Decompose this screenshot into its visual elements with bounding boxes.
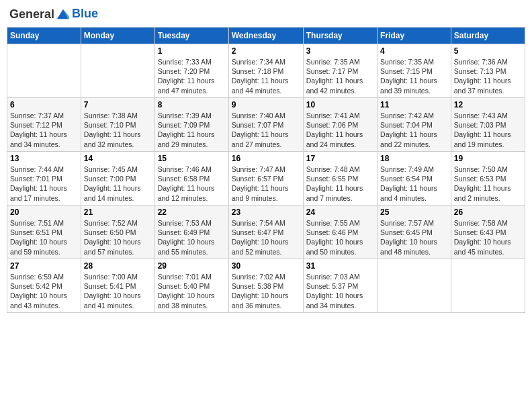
day-info: Sunrise: 7:55 AM Sunset: 6:46 PM Dayligh… [306,218,374,257]
day-info: Sunrise: 7:49 AM Sunset: 6:54 PM Dayligh… [380,165,448,203]
day-info: Sunrise: 7:00 AM Sunset: 5:41 PM Dayligh… [84,272,152,310]
table-row: 26Sunrise: 7:58 AM Sunset: 6:43 PM Dayli… [451,205,525,259]
logo-icon [56,7,71,21]
day-info: Sunrise: 7:34 AM Sunset: 7:18 PM Dayligh… [232,57,300,95]
day-number: 30 [232,261,300,271]
day-number: 25 [380,208,448,217]
day-info: Sunrise: 7:42 AM Sunset: 7:04 PM Dayligh… [380,111,448,149]
day-info: Sunrise: 7:03 AM Sunset: 5:37 PM Dayligh… [306,272,374,310]
table-row: 11Sunrise: 7:42 AM Sunset: 7:04 PM Dayli… [378,98,451,152]
table-row: 19Sunrise: 7:50 AM Sunset: 6:53 PM Dayli… [451,152,525,205]
table-row: 9Sunrise: 7:40 AM Sunset: 7:07 PM Daylig… [228,98,303,152]
day-number: 10 [306,100,374,109]
table-row: 22Sunrise: 7:53 AM Sunset: 6:49 PM Dayli… [154,205,228,259]
day-number: 20 [10,208,78,217]
day-info: Sunrise: 7:41 AM Sunset: 7:06 PM Dayligh… [306,111,374,149]
day-info: Sunrise: 7:51 AM Sunset: 6:51 PM Dayligh… [10,218,78,257]
table-row: 21Sunrise: 7:52 AM Sunset: 6:50 PM Dayli… [81,205,154,259]
day-info: Sunrise: 7:02 AM Sunset: 5:38 PM Dayligh… [232,272,300,310]
day-info: Sunrise: 7:48 AM Sunset: 6:55 PM Dayligh… [306,165,374,203]
day-number: 23 [232,208,300,217]
table-row [7,44,81,98]
day-number: 5 [454,46,522,56]
day-number: 31 [306,261,374,271]
logo: General Blue [9,7,98,21]
calendar-table: Sunday Monday Tuesday Wednesday Thursday… [7,27,525,313]
day-info: Sunrise: 7:54 AM Sunset: 6:47 PM Dayligh… [232,218,300,257]
calendar-week-1: 1Sunrise: 7:33 AM Sunset: 7:20 PM Daylig… [7,44,525,98]
table-row: 2Sunrise: 7:34 AM Sunset: 7:18 PM Daylig… [228,44,303,98]
day-info: Sunrise: 7:47 AM Sunset: 6:57 PM Dayligh… [232,165,300,203]
header-monday: Monday [81,28,154,44]
day-number: 18 [380,154,448,163]
day-info: Sunrise: 7:40 AM Sunset: 7:07 PM Dayligh… [232,111,300,149]
day-number: 14 [84,154,152,163]
calendar-week-4: 20Sunrise: 7:51 AM Sunset: 6:51 PM Dayli… [7,205,525,259]
day-number: 8 [158,100,226,109]
table-row: 30Sunrise: 7:02 AM Sunset: 5:38 PM Dayli… [228,259,303,313]
day-number: 12 [454,100,522,109]
day-info: Sunrise: 6:59 AM Sunset: 5:42 PM Dayligh… [10,272,78,310]
day-info: Sunrise: 7:58 AM Sunset: 6:43 PM Dayligh… [454,218,522,257]
table-row: 14Sunrise: 7:45 AM Sunset: 7:00 PM Dayli… [81,152,154,205]
day-info: Sunrise: 7:43 AM Sunset: 7:03 PM Dayligh… [454,111,522,149]
table-row: 31Sunrise: 7:03 AM Sunset: 5:37 PM Dayli… [303,259,377,313]
day-number: 6 [10,100,78,109]
table-row: 3Sunrise: 7:35 AM Sunset: 7:17 PM Daylig… [303,44,377,98]
day-number: 24 [306,208,374,217]
header-saturday: Saturday [451,28,525,44]
day-info: Sunrise: 7:38 AM Sunset: 7:10 PM Dayligh… [84,111,152,149]
day-number: 29 [158,261,226,271]
day-number: 2 [232,46,300,56]
day-info: Sunrise: 7:37 AM Sunset: 7:12 PM Dayligh… [10,111,78,149]
day-number: 22 [158,208,226,217]
day-number: 4 [380,46,448,56]
table-row: 10Sunrise: 7:41 AM Sunset: 7:06 PM Dayli… [303,98,377,152]
table-row: 20Sunrise: 7:51 AM Sunset: 6:51 PM Dayli… [7,205,81,259]
day-info: Sunrise: 7:33 AM Sunset: 7:20 PM Dayligh… [158,57,226,95]
day-number: 1 [158,46,226,56]
day-info: Sunrise: 7:35 AM Sunset: 7:17 PM Dayligh… [306,57,374,95]
table-row: 15Sunrise: 7:46 AM Sunset: 6:58 PM Dayli… [154,152,228,205]
calendar-header-row: Sunday Monday Tuesday Wednesday Thursday… [7,28,525,44]
day-number: 16 [232,154,300,163]
day-info: Sunrise: 7:52 AM Sunset: 6:50 PM Dayligh… [84,218,152,257]
table-row: 13Sunrise: 7:44 AM Sunset: 7:01 PM Dayli… [7,152,81,205]
table-row: 5Sunrise: 7:36 AM Sunset: 7:13 PM Daylig… [451,44,525,98]
day-info: Sunrise: 7:36 AM Sunset: 7:13 PM Dayligh… [454,57,522,95]
day-number: 19 [454,154,522,163]
table-row: 8Sunrise: 7:39 AM Sunset: 7:09 PM Daylig… [154,98,228,152]
table-row: 29Sunrise: 7:01 AM Sunset: 5:40 PM Dayli… [154,259,228,313]
table-row: 4Sunrise: 7:35 AM Sunset: 7:15 PM Daylig… [378,44,451,98]
table-row: 27Sunrise: 6:59 AM Sunset: 5:42 PM Dayli… [7,259,81,313]
day-info: Sunrise: 7:44 AM Sunset: 7:01 PM Dayligh… [10,165,78,203]
day-info: Sunrise: 7:57 AM Sunset: 6:45 PM Dayligh… [380,218,448,257]
day-number: 11 [380,100,448,109]
day-number: 7 [84,100,152,109]
table-row: 24Sunrise: 7:55 AM Sunset: 6:46 PM Dayli… [303,205,377,259]
table-row: 7Sunrise: 7:38 AM Sunset: 7:10 PM Daylig… [81,98,154,152]
header-wednesday: Wednesday [228,28,303,44]
table-row [81,44,154,98]
page-header: General Blue [7,7,525,21]
table-row: 16Sunrise: 7:47 AM Sunset: 6:57 PM Dayli… [228,152,303,205]
day-info: Sunrise: 7:39 AM Sunset: 7:09 PM Dayligh… [158,111,226,149]
day-info: Sunrise: 7:53 AM Sunset: 6:49 PM Dayligh… [158,218,226,257]
header-friday: Friday [378,28,451,44]
table-row [378,259,451,313]
logo-blue: Blue [72,7,98,20]
day-number: 9 [232,100,300,109]
table-row: 25Sunrise: 7:57 AM Sunset: 6:45 PM Dayli… [378,205,451,259]
day-info: Sunrise: 7:45 AM Sunset: 7:00 PM Dayligh… [84,165,152,203]
calendar-week-3: 13Sunrise: 7:44 AM Sunset: 7:01 PM Dayli… [7,152,525,205]
table-row: 17Sunrise: 7:48 AM Sunset: 6:55 PM Dayli… [303,152,377,205]
header-thursday: Thursday [303,28,377,44]
day-number: 28 [84,261,152,271]
day-number: 13 [10,154,78,163]
day-info: Sunrise: 7:46 AM Sunset: 6:58 PM Dayligh… [158,165,226,203]
header-sunday: Sunday [7,28,81,44]
table-row: 6Sunrise: 7:37 AM Sunset: 7:12 PM Daylig… [7,98,81,152]
table-row: 1Sunrise: 7:33 AM Sunset: 7:20 PM Daylig… [154,44,228,98]
table-row: 18Sunrise: 7:49 AM Sunset: 6:54 PM Dayli… [378,152,451,205]
logo-general: General [9,7,54,21]
